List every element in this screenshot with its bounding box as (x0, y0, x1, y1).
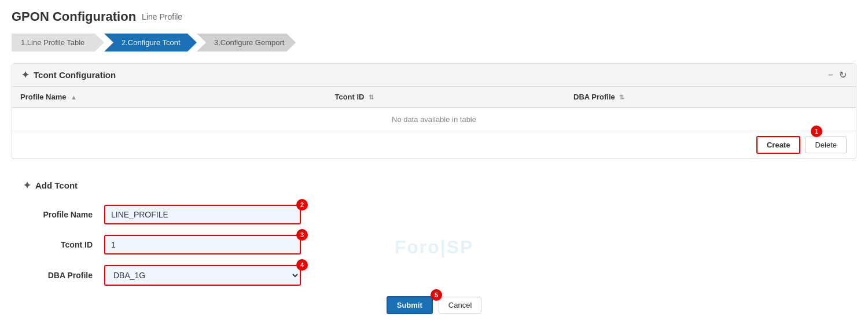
steps-bar: 1.Line Profile Table 2.Configure Tcont 3… (12, 34, 856, 51)
submit-button[interactable]: Submit (387, 296, 433, 314)
add-tcont-icon: ✦ (23, 180, 31, 191)
add-tcont-title-text: Add Tcont (35, 180, 78, 190)
refresh-button[interactable]: ↻ (839, 69, 847, 80)
col-profile-name: Profile Name ▲ (12, 87, 326, 108)
panel-title-text: Tcont Configuration (34, 70, 116, 80)
table-container: Profile Name ▲ Tcont ID ⇅ DBA Profile ⇅ (12, 87, 856, 131)
tcont-id-row: Tcont ID 3 (23, 235, 845, 254)
step-2-label: 2.Configure Tcont (122, 38, 181, 47)
tcont-id-input-wrap: 3 (104, 235, 301, 254)
profile-name-label: Profile Name (23, 210, 104, 219)
panel-header: ✦ Tcont Configuration − ↻ (12, 64, 856, 87)
badge-4: 4 (296, 259, 308, 271)
profile-name-input-wrap: 2 (104, 205, 301, 224)
tcont-id-label: Tcont ID (23, 240, 104, 249)
step-1[interactable]: 1.Line Profile Table (12, 34, 104, 51)
sort-tcont-id-icon[interactable]: ⇅ (369, 94, 374, 101)
table-btn-row: 1 Create Delete (12, 131, 856, 158)
profile-name-row: Profile Name 2 (23, 205, 845, 224)
create-button[interactable]: Create (756, 136, 800, 154)
step-3[interactable]: 3.Configure Gemport (197, 34, 296, 51)
tcont-table: Profile Name ▲ Tcont ID ⇅ DBA Profile ⇅ (12, 87, 856, 131)
col-dba-profile: DBA Profile ⇅ (565, 87, 856, 108)
col-tcont-id: Tcont ID ⇅ (326, 87, 565, 108)
tcont-id-input[interactable] (104, 235, 301, 254)
sort-dba-profile-icon[interactable]: ⇅ (619, 94, 624, 101)
delete-button[interactable]: Delete (805, 137, 847, 153)
add-tcont-section: Foro|SP ✦ Add Tcont Profile Name 2 Tcont… (12, 171, 856, 323)
page-subtitle: Line Profile (142, 12, 182, 21)
dba-profile-label: DBA Profile (23, 271, 104, 280)
dba-profile-row: DBA Profile DBA_1G DBA_2G DBA_100M 4 (23, 265, 845, 286)
panel-controls: − ↻ (828, 69, 847, 80)
panel-title-area: ✦ Tcont Configuration (21, 69, 116, 80)
step-3-label: 3.Configure Gemport (214, 38, 284, 47)
profile-name-input[interactable] (104, 205, 301, 224)
dba-profile-select[interactable]: DBA_1G DBA_2G DBA_100M (104, 265, 301, 286)
page-title: GPON Configuration (12, 9, 136, 24)
tcont-panel: ✦ Tcont Configuration − ↻ Profile Name ▲ (12, 63, 856, 159)
badge-2: 2 (296, 199, 308, 211)
sort-profile-name-icon[interactable]: ▲ (71, 94, 77, 101)
minimize-button[interactable]: − (828, 70, 833, 80)
no-data-message: No data available in table (12, 108, 856, 131)
badge-5: 5 (431, 289, 442, 301)
table-empty-row: No data available in table (12, 108, 856, 131)
add-tcont-title: ✦ Add Tcont (23, 180, 845, 191)
badge-3: 3 (296, 229, 308, 241)
cancel-button[interactable]: Cancel (439, 297, 481, 313)
step-1-label: 1.Line Profile Table (21, 38, 84, 47)
dba-profile-select-wrap: DBA_1G DBA_2G DBA_100M 4 (104, 265, 301, 286)
puzzle-icon: ✦ (21, 69, 29, 80)
badge-1: 1 (811, 126, 822, 137)
step-2[interactable]: 2.Configure Tcont (104, 34, 197, 51)
form-btn-row: 5 Submit Cancel (23, 296, 845, 314)
